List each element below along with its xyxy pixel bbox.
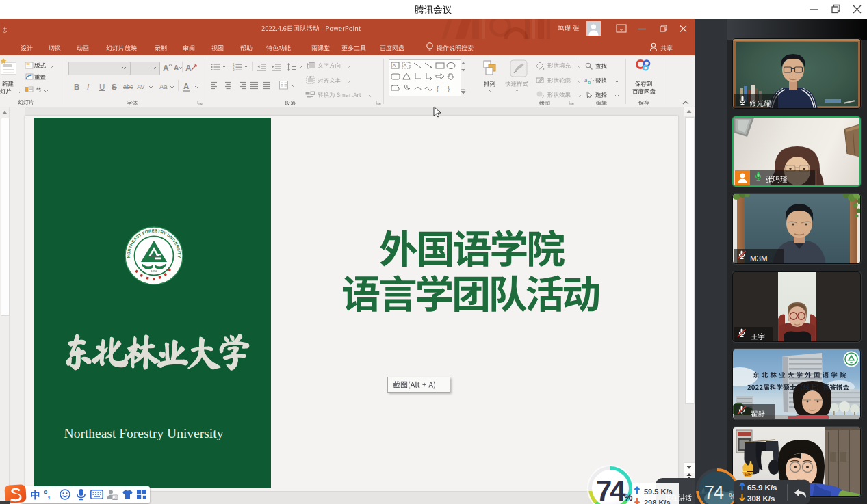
svg-text:a: a: [584, 77, 587, 83]
svg-text:VIP: VIP: [745, 472, 752, 477]
svg-text:3: 3: [233, 68, 235, 71]
svg-text:1952: 1952: [151, 269, 157, 273]
svg-text:10: 10: [113, 495, 117, 499]
svg-text:{: {: [437, 85, 439, 92]
svg-text:A: A: [404, 63, 407, 68]
svg-text:}: }: [448, 85, 450, 92]
svg-text:A: A: [393, 63, 396, 68]
svg-text:b: b: [588, 79, 591, 85]
